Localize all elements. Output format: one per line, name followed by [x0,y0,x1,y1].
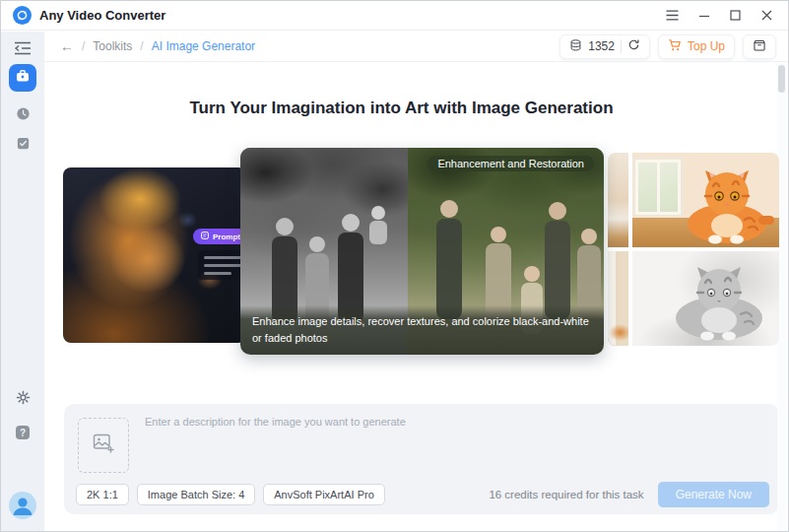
breadcrumb: ← / Toolkits / AI Image Generator [60,38,255,54]
library-button[interactable] [743,34,776,59]
prompt-example-tooltip [198,250,246,280]
generation-composer-panel: 2K 1:1 Image Batch Size: 4 AnvSoft PixAr… [64,404,779,514]
pill-divider [621,39,622,53]
style-thumb-cartoon-cat [632,153,779,247]
back-arrow-icon[interactable]: ← [60,38,74,54]
refresh-icon[interactable] [627,38,640,54]
add-reference-image-button[interactable] [78,418,129,473]
breadcrumb-toolkits-link[interactable]: Toolkits [93,39,132,53]
sidebar: ? [1,32,44,531]
credits-count: 1352 [588,39,615,53]
clock-icon [16,106,31,125]
check-square-icon [16,136,31,155]
sidebar-item-settings[interactable] [9,385,36,413]
option-batch-size[interactable]: Image Batch Size: 4 [137,484,255,505]
generation-options: 2K 1:1 Image Batch Size: 4 AnvSoft PixAr… [76,484,385,505]
sidebar-item-help[interactable]: ? [9,419,36,446]
tooltip-text-line [204,272,231,275]
close-icon[interactable] [759,8,774,23]
maximize-icon[interactable] [728,8,743,23]
carousel-card-styles[interactable] [608,153,779,346]
sidebar-item-tasks[interactable] [9,131,36,159]
sketch-cat-illustration [662,257,776,344]
toolbox-icon [15,68,31,88]
option-model[interactable]: AnvSoft PixArtAI Pro [263,484,384,505]
tooltip-text-line [204,264,243,267]
credits-required-note: 16 credits required for this task [489,489,643,500]
prompt-description-input[interactable] [143,414,763,475]
image-plus-icon [92,432,115,458]
generate-now-button[interactable]: Generate Now [658,482,769,507]
style-thumb-partial-bottom [608,251,628,346]
option-size-ratio[interactable]: 2K 1:1 [76,484,129,505]
storage-box-icon [753,38,766,55]
breadcrumb-separator: / [82,39,85,53]
minimize-icon[interactable] [696,8,711,23]
toolbar: ← / Toolkits / AI Image Generator 1352 [44,32,788,62]
carousel-card-enhancement[interactable]: Enhancement and Restoration Enhance imag… [240,148,604,355]
prompt-writer-pill: Prompt Wri [193,229,246,244]
app-window: Any Video Converter [0,0,789,532]
main-content: Turn Your Imagination into Art with Imag… [44,63,788,531]
sidebar-collapse-icon[interactable] [14,41,32,59]
scrollbar-thumb[interactable] [778,65,785,93]
title-bar: Any Video Converter [1,1,788,31]
breadcrumb-current-page: AI Image Generator [152,39,255,53]
account-avatar[interactable] [9,492,36,519]
toolbar-actions: 1352 Top Up [559,34,776,59]
breadcrumb-separator: / [140,39,143,53]
prompt-book-icon [201,232,209,241]
sidebar-item-toolkits[interactable] [9,64,36,92]
coin-stack-icon [569,38,582,55]
style-thumb-partial-top [608,153,628,247]
window-controls [665,8,776,23]
person-icon [9,492,36,519]
generate-group: 16 credits required for this task Genera… [489,482,769,507]
carousel-card-prompt-writer[interactable]: Prompt Wri [63,167,246,343]
credits-pill: 1352 [559,34,650,59]
shopping-cart-icon [668,38,682,55]
question-mark-icon: ? [16,426,30,439]
cartoon-cat-illustration [668,163,776,245]
style-thumb-sketch-cat [632,251,779,346]
menu-icon[interactable] [665,8,680,23]
window-pane-decor [638,163,657,212]
top-up-button[interactable]: Top Up [658,34,735,59]
page-title: Turn Your Imagination into Art with Imag… [44,99,758,118]
feature-badge: Enhancement and Restoration [427,156,594,171]
app-title: Any Video Converter [39,8,165,23]
app-logo-icon [13,6,32,25]
sidebar-item-history[interactable] [9,101,36,129]
feature-caption: Enhance image details, recover textures,… [240,305,604,355]
top-up-label: Top Up [688,39,725,53]
gear-icon [16,390,31,409]
